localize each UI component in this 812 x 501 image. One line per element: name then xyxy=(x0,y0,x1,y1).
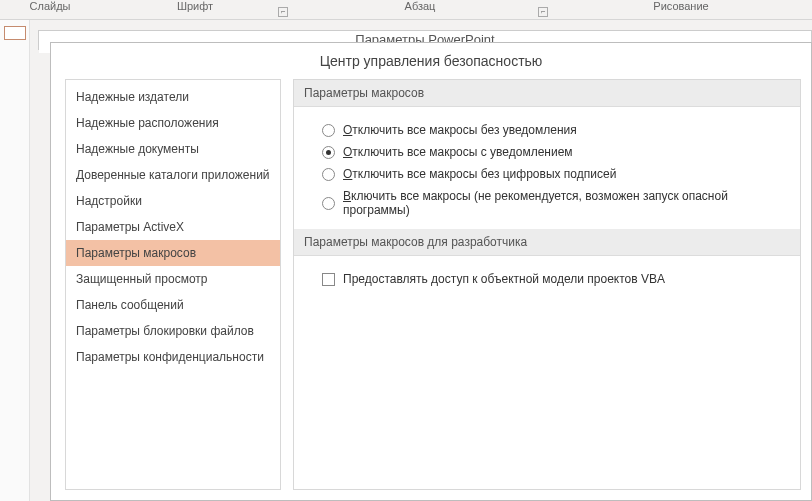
macro-option-radio[interactable] xyxy=(322,124,335,137)
macro-option-label: Отключить все макросы с уведомлением xyxy=(343,145,573,159)
vba-object-model-label: Предоставлять доступ к объектной модели … xyxy=(343,272,665,286)
sidebar-item[interactable]: Параметры конфиденциальности xyxy=(66,344,280,370)
ribbon-group-paragraph: Абзац ⌐ xyxy=(290,0,550,19)
vba-object-model-checkbox-row[interactable]: Предоставлять доступ к объектной модели … xyxy=(322,268,790,290)
slide-thumbnail[interactable] xyxy=(4,26,26,40)
macro-option-row[interactable]: Отключить все макросы с уведомлением xyxy=(322,141,790,163)
ribbon-group-paragraph-label: Абзац xyxy=(405,0,436,12)
sidebar-item[interactable]: Доверенные каталоги приложений xyxy=(66,162,280,188)
macro-option-label: Включить все макросы (не рекомендуется, … xyxy=(343,189,790,217)
font-dialog-launcher-icon[interactable]: ⌐ xyxy=(278,7,288,17)
trust-center-sidebar: Надежные издателиНадежные расположенияНа… xyxy=(65,79,281,490)
macro-option-radio[interactable] xyxy=(322,146,335,159)
macro-option-row[interactable]: Отключить все макросы без уведомления xyxy=(322,119,790,141)
slide-thumbnail-pane xyxy=(0,20,30,501)
sidebar-item[interactable]: Панель сообщений xyxy=(66,292,280,318)
sidebar-item[interactable]: Надежные издатели xyxy=(66,84,280,110)
sidebar-item[interactable]: Параметры ActiveX xyxy=(66,214,280,240)
macro-settings-options: Отключить все макросы без уведомленияОтк… xyxy=(294,107,800,229)
macro-option-label: Отключить все макросы без цифровых подпи… xyxy=(343,167,616,181)
macro-option-row[interactable]: Включить все макросы (не рекомендуется, … xyxy=(322,185,790,221)
sidebar-item[interactable]: Надежные расположения xyxy=(66,110,280,136)
ribbon-group-slides-label: Слайды xyxy=(30,0,71,12)
ribbon-group-font: Шрифт ⌐ xyxy=(100,0,290,19)
sidebar-item[interactable]: Надежные документы xyxy=(66,136,280,162)
macro-settings-header: Параметры макросов xyxy=(294,80,800,107)
macro-option-radio[interactable] xyxy=(322,168,335,181)
macro-option-label: Отключить все макросы без уведомления xyxy=(343,123,577,137)
sidebar-item[interactable]: Надстройки xyxy=(66,188,280,214)
vba-object-model-checkbox[interactable] xyxy=(322,273,335,286)
trust-center-content: Параметры макросов Отключить все макросы… xyxy=(293,79,801,490)
sidebar-item[interactable]: Защищенный просмотр xyxy=(66,266,280,292)
sidebar-item[interactable]: Параметры макросов xyxy=(66,240,280,266)
trust-center-dialog: Центр управления безопасностью Надежные … xyxy=(50,42,812,501)
ribbon-group-slides: Слайды xyxy=(0,0,100,19)
macro-option-radio[interactable] xyxy=(322,197,335,210)
dialog-title: Центр управления безопасностью xyxy=(51,43,811,79)
dev-macro-settings-header: Параметры макросов для разработчика xyxy=(294,229,800,256)
ribbon-group-labels: Слайды Шрифт ⌐ Абзац ⌐ Рисование xyxy=(0,0,812,20)
macro-option-row[interactable]: Отключить все макросы без цифровых подпи… xyxy=(322,163,790,185)
ribbon-group-font-label: Шрифт xyxy=(177,0,213,12)
paragraph-dialog-launcher-icon[interactable]: ⌐ xyxy=(538,7,548,17)
dev-macro-settings-body: Предоставлять доступ к объектной модели … xyxy=(294,256,800,298)
ribbon-group-drawing-label: Рисование xyxy=(653,0,708,12)
sidebar-item[interactable]: Параметры блокировки файлов xyxy=(66,318,280,344)
ribbon-group-drawing: Рисование xyxy=(550,0,812,19)
